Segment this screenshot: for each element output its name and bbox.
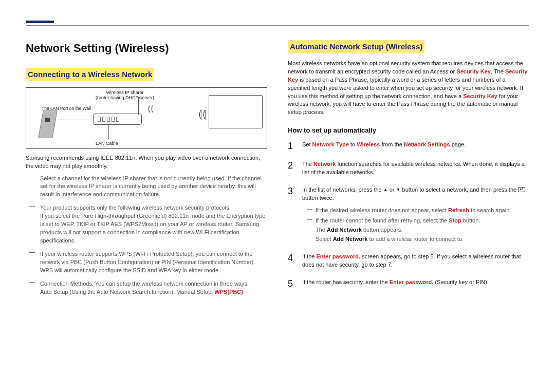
note-text: Select a channel for the wireless IP sha… xyxy=(40,175,262,198)
step-text: Set xyxy=(302,141,312,147)
up-triangle-icon: ▲ xyxy=(383,186,388,193)
down-triangle-icon: ▼ xyxy=(396,186,401,193)
wireless-diagram: Wireless IP sharer (router having DHCP s… xyxy=(26,87,267,149)
sub-line: Select Add Network to add a wireless rou… xyxy=(316,235,529,244)
section-heading-connecting: Connecting to a Wireless Network xyxy=(26,68,154,81)
sub-text: to add a wireless router to connect to. xyxy=(367,236,464,242)
sub-text: to search again. xyxy=(469,207,511,213)
diagram-cable-tick xyxy=(108,125,109,139)
step-item-2: The Network function searches for availa… xyxy=(288,160,529,177)
stop-label: Stop xyxy=(449,217,461,223)
sub-text: If the desired wireless router does not … xyxy=(316,207,448,213)
right-column: Automatic Network Setup (Wireless) Most … xyxy=(288,40,529,302)
sub-text: button appears. xyxy=(362,227,403,233)
diagram-tv xyxy=(209,95,263,128)
security-key-label: Security Key xyxy=(456,68,491,74)
note-text: If your wireless router supports WPS (Wi… xyxy=(40,251,255,273)
add-network-label: Add Network xyxy=(333,236,368,242)
step-item-1: Set Network Type to Wireless from the Ne… xyxy=(288,141,529,151)
step-text: button twice. xyxy=(302,195,334,201)
diagram-wave-left-icon: ⦇⦇ xyxy=(198,106,207,123)
diagram-wall xyxy=(38,110,58,138)
enter-icon xyxy=(518,187,525,192)
sub-text: Select xyxy=(316,236,333,242)
step-text: (Security key or PIN). xyxy=(433,279,489,285)
sub-notes: If the desired wireless router does not … xyxy=(302,207,529,244)
enter-password-label: Enter password. xyxy=(390,279,434,285)
notes-list: Select a channel for the wireless IP sha… xyxy=(26,175,267,296)
sub-line: The Add Network button appears. xyxy=(316,226,529,234)
step-text: to xyxy=(349,141,357,147)
diagram-lan-cable xyxy=(50,120,94,120)
network-label: Network xyxy=(313,161,336,167)
note-text: Auto Setup (Using the Auto Network Searc… xyxy=(40,289,214,295)
wireless-label: Wireless xyxy=(357,141,380,147)
step-text: If the xyxy=(302,253,317,259)
step-text: function searches for available wireless… xyxy=(302,161,525,175)
security-key-label: Security Key xyxy=(463,93,497,99)
sub-text: If the router cannot be found after retr… xyxy=(316,217,449,223)
step-text: from the xyxy=(380,141,403,147)
diagram-router-label-line2: (router having DHCP server) xyxy=(96,95,154,100)
step-text: The xyxy=(302,161,313,167)
step-text: page. xyxy=(450,141,466,147)
add-network-label: Add Network xyxy=(327,227,362,233)
sub-text: button. xyxy=(461,217,480,223)
network-type-label: Network Type xyxy=(312,141,349,147)
enter-password-label: Enter password. xyxy=(317,253,361,259)
diagram-router xyxy=(93,114,142,125)
header-rule xyxy=(26,25,529,26)
step-item-3: In the list of networks, press the ▲ or … xyxy=(288,186,529,244)
sub-note-item: If the desired wireless router does not … xyxy=(310,207,529,215)
diagram-wave-right-icon: ⦈⦈ xyxy=(147,103,154,115)
left-column: Network Setting (Wireless) Connecting to… xyxy=(26,40,267,302)
note-text: Your product supports only the following… xyxy=(40,204,231,211)
subheading-how-to: How to set up automatically xyxy=(288,126,529,136)
step-text: If the router has security, enter the xyxy=(302,279,390,285)
note-item: Your product supports only the following… xyxy=(34,204,267,245)
step-item-4: If the Enter password. screen appears, g… xyxy=(288,253,529,269)
step-text: or xyxy=(388,186,396,193)
recommend-text: Samsung recommends using IEEE 802.11n. W… xyxy=(26,154,267,171)
network-settings-label: Network Settings xyxy=(404,141,450,147)
intro-text: . The xyxy=(491,68,505,74)
header-accent-bar xyxy=(26,21,54,23)
sub-note-item: If the router cannot be found after retr… xyxy=(310,217,529,244)
two-column-layout: Network Setting (Wireless) Connecting to… xyxy=(26,40,529,302)
refresh-label: Refresh xyxy=(448,207,469,213)
diagram-router-label-line1: Wireless IP sharer xyxy=(106,90,143,95)
note-item: Select a channel for the wireless IP sha… xyxy=(34,175,267,199)
section-heading-auto-setup: Automatic Network Setup (Wireless) xyxy=(288,40,424,53)
step-text: In the list of networks, press the xyxy=(302,186,383,193)
step-item-5: If the router has security, enter the En… xyxy=(288,278,529,289)
page-title: Network Setting (Wireless) xyxy=(26,40,267,57)
step-text: button to select a network, and then pre… xyxy=(401,186,519,193)
steps-list: Set Network Type to Wireless from the Ne… xyxy=(288,141,529,288)
diagram-router-label: Wireless IP sharer (router having DHCP s… xyxy=(96,90,154,101)
note-text: If you select the Pure High-throughput (… xyxy=(40,213,265,244)
diagram-antenna xyxy=(138,98,139,115)
wps-pbc-label: WPS(PBC) xyxy=(214,289,243,295)
note-item: Connection Methods: You can setup the wi… xyxy=(34,280,267,296)
diagram-lan-port xyxy=(45,118,50,122)
diagram-lan-cable-label: LAN Cable xyxy=(96,140,118,147)
intro-paragraph: Most wireless networks have an optional … xyxy=(288,60,529,117)
sub-text: The xyxy=(316,227,327,233)
note-text: Connection Methods: You can setup the wi… xyxy=(40,281,249,287)
note-item: If your wireless router supports WPS (Wi… xyxy=(34,250,267,275)
